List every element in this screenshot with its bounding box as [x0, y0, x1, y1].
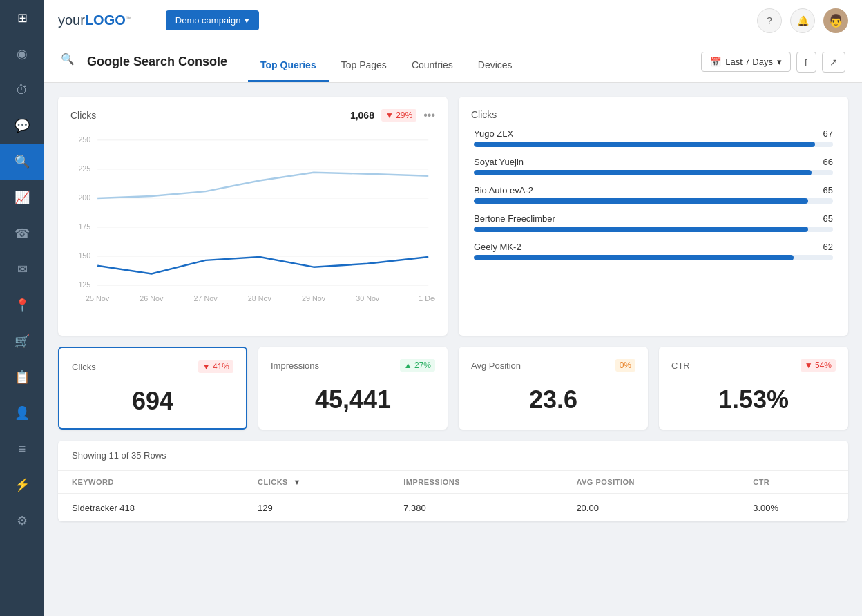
stat-clicks-badge: ▼ 41% — [198, 360, 233, 373]
col-avg-position: AVG POSITION — [562, 471, 739, 494]
keyword-table: KEYWORD CLICKS ▼ IMPRESSIONS AVG POSITIO… — [58, 471, 848, 521]
col-clicks[interactable]: CLICKS ▼ — [244, 471, 390, 494]
settings-icon: ⚙ — [17, 513, 28, 528]
columns-button[interactable]: ⫿ — [796, 52, 816, 73]
tab-top-pages[interactable]: Top Pages — [329, 59, 399, 82]
logo-tm: ™ — [126, 15, 132, 22]
sidebar-item-ecommerce[interactable]: 🛒 — [0, 323, 44, 359]
bar-label-0: Yugo ZLX — [474, 128, 513, 139]
bar-chart-header: Clicks — [471, 109, 836, 120]
columns-icon: ⫿ — [804, 57, 809, 68]
stat-avg-position-header: Avg Position 0% — [471, 359, 635, 372]
sidebar-item-settings[interactable]: ⚙ — [0, 503, 44, 539]
clicks-chart-more-button[interactable]: ••• — [423, 109, 435, 122]
email-icon: ✉ — [17, 262, 28, 277]
col-keyword: KEYWORD — [58, 471, 244, 494]
avatar[interactable]: 👨 — [823, 8, 848, 33]
sidebar-item-seo[interactable]: 📈 — [0, 180, 44, 215]
clicks-line-chart: 250 225 200 175 150 125 — [70, 130, 435, 323]
stat-ctr-badge: ▼ 54% — [801, 359, 836, 372]
stat-ctr-label: CTR — [671, 360, 690, 371]
bar-label-1: Soyat Yuejin — [474, 157, 524, 167]
bar-label-2: Bio Auto evA-2 — [474, 185, 533, 195]
clicks-bar-chart-card: Clicks Yugo ZLX 67 Soyat Yu — [459, 97, 848, 336]
seo-icon: 📈 — [15, 190, 30, 205]
stat-ctr-header: CTR ▼ 54% — [671, 359, 836, 372]
ecommerce-icon: 🛒 — [15, 334, 30, 349]
logo-area: yourLOGO™ Demo campaign ▾ — [58, 10, 259, 31]
sidebar-item-location[interactable]: 📍 — [0, 287, 44, 323]
top-charts-row: Clicks 1,068 ▼ 29% ••• 250 225 200 175 1 — [58, 97, 848, 336]
stat-impressions[interactable]: Impressions ▲ 27% 45,441 — [258, 347, 448, 430]
clicks-line-chart-card: Clicks 1,068 ▼ 29% ••• 250 225 200 175 1 — [58, 97, 448, 336]
stat-clicks[interactable]: Clicks ▼ 41% 694 — [58, 347, 247, 430]
calendar-icon: 📅 — [710, 57, 721, 67]
clicks-chart-value: 1,068 — [350, 110, 374, 121]
keyword-table-card: Showing 11 of 35 Rows KEYWORD CLICKS ▼ I… — [58, 441, 848, 521]
clicks-chart-header: Clicks 1,068 ▼ 29% ••• — [70, 109, 435, 122]
bar-track-0 — [474, 142, 833, 147]
stat-impressions-value: 45,441 — [271, 385, 435, 414]
notifications-button[interactable]: 🔔 — [790, 8, 815, 33]
tabs: Top Queries Top Pages Countries Devices — [248, 41, 525, 82]
bar-item-4: Geely MK-2 62 — [474, 242, 833, 260]
share-button[interactable]: ↗ — [822, 52, 845, 73]
bar-value-3: 65 — [823, 213, 833, 224]
messages-icon: 💬 — [15, 118, 30, 133]
top-navbar: yourLOGO™ Demo campaign ▾ ? 🔔 👨 — [44, 0, 862, 41]
sidebar-item-email[interactable]: ✉ — [0, 251, 44, 287]
col-impressions: IMPRESSIONS — [390, 471, 562, 494]
bell-icon: 🔔 — [797, 15, 809, 26]
integrations-icon: ⚡ — [15, 477, 30, 492]
sidebar-item-list[interactable]: ≡ — [0, 431, 44, 467]
bar-label-3: Bertone Freeclimber — [474, 213, 555, 224]
bar-value-0: 67 — [823, 128, 833, 139]
stat-impressions-badge: ▲ 27% — [400, 359, 435, 372]
bar-item-2: Bio Auto evA-2 65 — [474, 185, 833, 204]
bar-chart-title: Clicks — [471, 109, 497, 120]
demo-campaign-button[interactable]: Demo campaign ▾ — [166, 10, 260, 30]
bar-track-1 — [474, 170, 833, 175]
logo-your: your — [58, 12, 85, 28]
line-chart-svg: 250 225 200 175 150 125 — [70, 130, 435, 323]
sidebar-item-integrations[interactable]: ⚡ — [0, 467, 44, 503]
svg-text:250: 250 — [78, 135, 90, 144]
svg-text:29 Nov: 29 Nov — [302, 294, 326, 302]
sidebar-item-home[interactable]: ⊞ — [0, 0, 44, 36]
bar-fill-1 — [474, 170, 812, 175]
date-range-button[interactable]: 📅 Last 7 Days ▾ — [701, 52, 791, 72]
col-ctr: CTR — [739, 471, 848, 494]
svg-text:225: 225 — [78, 164, 90, 173]
sidebar-item-phone[interactable]: ☎ — [0, 215, 44, 251]
help-button[interactable]: ? — [757, 8, 782, 33]
location-icon: 📍 — [15, 298, 30, 313]
stat-impressions-header: Impressions ▲ 27% — [271, 359, 435, 372]
home-icon: ⊞ — [17, 10, 28, 26]
svg-text:125: 125 — [78, 280, 90, 289]
stat-avg-position-badge: 0% — [615, 359, 635, 372]
tab-devices[interactable]: Devices — [466, 59, 525, 82]
stat-ctr[interactable]: CTR ▼ 54% 1.53% — [659, 347, 848, 430]
sidebar-item-user[interactable]: 👤 — [0, 395, 44, 431]
header-actions: 📅 Last 7 Days ▾ ⫿ ↗ — [701, 52, 845, 73]
tab-top-queries[interactable]: Top Queries — [248, 59, 329, 82]
row-avg-position: 20.00 — [562, 494, 739, 521]
sidebar-item-timer[interactable]: ⏱ — [0, 72, 44, 108]
bar-item-0: Yugo ZLX 67 — [474, 128, 833, 147]
avatar-image: 👨 — [828, 13, 843, 28]
page-header: 🔍 Google Search Console Top Queries Top … — [44, 41, 862, 83]
sidebar-item-messages[interactable]: 💬 — [0, 108, 44, 144]
sidebar-item-analytics[interactable]: ◉ — [0, 36, 44, 72]
bar-item-1: Soyat Yuejin 66 — [474, 157, 833, 175]
sidebar-item-reports[interactable]: 📋 — [0, 359, 44, 395]
svg-text:175: 175 — [78, 222, 90, 231]
stat-avg-position[interactable]: Avg Position 0% 23.6 — [459, 347, 648, 430]
row-ctr: 3.00% — [739, 494, 848, 521]
reports-icon: 📋 — [15, 369, 30, 385]
page-title: Google Search Console — [87, 55, 227, 69]
svg-text:25 Nov: 25 Nov — [86, 294, 110, 302]
tab-countries[interactable]: Countries — [399, 59, 466, 82]
stat-clicks-value: 694 — [72, 387, 233, 416]
row-impressions: 7,380 — [390, 494, 562, 521]
sidebar-item-search[interactable]: 🔍 — [0, 144, 44, 180]
